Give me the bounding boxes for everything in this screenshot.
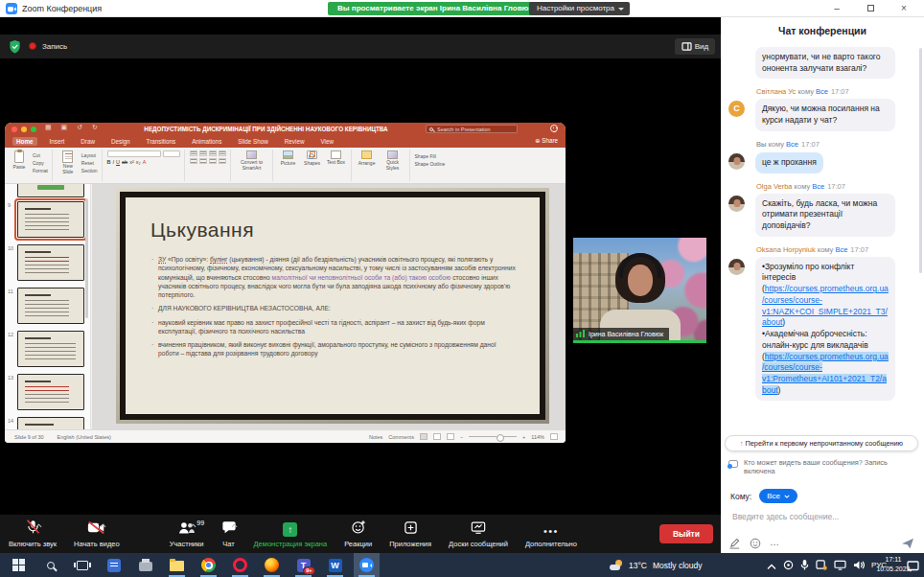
- ppt-shapes-button: Shapes: [302, 150, 323, 166]
- close-button[interactable]: ×: [897, 2, 911, 15]
- windows-taskbar: T9+W 13°C Mostly cloudy РУС 17:11 10.05.…: [0, 553, 924, 577]
- slide-counter: Slide 9 of 30: [14, 434, 44, 440]
- search-button-icon[interactable]: [37, 553, 63, 577]
- app-document-icon[interactable]: [101, 553, 127, 577]
- sorter-view-icon: [433, 433, 441, 440]
- chrome-icon[interactable]: [196, 553, 221, 577]
- message-time: 17:07: [801, 140, 820, 149]
- font-format-buttons: BIUabx²x₂A: [107, 159, 180, 165]
- message-link[interactable]: https://courses.prometheus.org.ua/course…: [762, 352, 889, 395]
- toolbar-camera-muted[interactable]: Начать видео: [65, 515, 128, 553]
- presenter-video-tile[interactable]: Ірина Василівна Гловюк: [573, 238, 706, 343]
- ppt-feedback-icon: [550, 125, 558, 132]
- more-options-icon[interactable]: …: [770, 539, 781, 548]
- toolbar-label: Дополнительно: [525, 540, 577, 548]
- visibility-notice: Кто может видеть ваши сообщения? Запись …: [744, 458, 912, 476]
- ppt-slide-canvas: Цькування ЗУ «Про освіту»: булінг (цькув…: [92, 184, 566, 429]
- chevron-up-icon[interactable]: [190, 521, 196, 530]
- ppt-document-title: НЕДОПУСТИМІСТЬ ДИСКРИМІНАЦІЇ ПРИ ЗДІЙСНЕ…: [120, 123, 412, 135]
- toolbar-whiteboard[interactable]: Доски сообщений: [440, 515, 517, 553]
- ppt-ribbon: Paste Cut Copy Format New Slide Layout R…: [5, 148, 566, 184]
- file-explorer-icon[interactable]: [164, 553, 190, 577]
- app-printer-icon[interactable]: [132, 553, 158, 577]
- zoom-icon[interactable]: [354, 553, 380, 577]
- chevron-up-icon[interactable]: [100, 521, 106, 530]
- toolbar-apps[interactable]: Приложения: [381, 515, 440, 553]
- toolbar-participants[interactable]: 99Участники: [161, 515, 213, 553]
- toolbar-label: Доски сообщений: [449, 540, 508, 548]
- toolbar-more[interactable]: •••Дополнительно: [517, 515, 586, 553]
- message-sender: Oksana Horpyniuk: [756, 245, 816, 254]
- more-icon: •••: [543, 527, 559, 537]
- word-icon[interactable]: W: [322, 553, 348, 577]
- action-center-icon[interactable]: [907, 559, 919, 570]
- chat-message-input[interactable]: [730, 511, 912, 522]
- emoji-icon[interactable]: [750, 538, 761, 549]
- chat-scrollbar[interactable]: [919, 48, 922, 273]
- message-meta: Вы кому Все17:07: [756, 140, 911, 149]
- chat-message-list[interactable]: унормувати, чи не варто такого ононента …: [721, 43, 916, 430]
- hidden-icons-chevron[interactable]: [767, 557, 776, 574]
- thumbnail-scrollbar[interactable]: [85, 198, 88, 318]
- teams-icon[interactable]: T9+: [290, 553, 316, 577]
- volume-icon[interactable]: [853, 557, 865, 574]
- shared-screen-stage: ▦ ▣ ↺ ↻ НЕДОПУСТИМІСТЬ ДИСКРИМІНАЦІЇ ПРИ…: [0, 17, 721, 553]
- message-bubble: це ж прохання: [755, 152, 823, 173]
- start-button-icon[interactable]: [6, 553, 32, 577]
- microphone-icon[interactable]: [800, 557, 809, 574]
- thumbnail-number: 14: [8, 418, 13, 424]
- ppt-shared-window: ▦ ▣ ↺ ↻ НЕДОПУСТИМІСТЬ ДИСКРИМІНАЦІЇ ПРИ…: [5, 123, 566, 443]
- view-button[interactable]: Вид: [675, 38, 715, 55]
- leave-button[interactable]: Выйти: [659, 524, 713, 543]
- slide-bullet: вчинення працівником, який виконує вихов…: [158, 340, 519, 358]
- to-label: Кому:: [730, 492, 751, 501]
- slide-thumbnail-11: 11: [17, 288, 84, 324]
- task-view-button-icon[interactable]: [69, 553, 95, 577]
- search-icon: [429, 127, 433, 131]
- fit-slide-icon: [550, 433, 558, 440]
- view-settings-dropdown[interactable]: Настройки просмотра: [529, 2, 630, 15]
- message-meta: Oksana Horpyniuk кому Все17:07: [756, 245, 911, 254]
- audio-level-icon: [576, 330, 586, 337]
- capture-icon[interactable]: [783, 557, 794, 574]
- share-screen-icon: ↑: [283, 522, 297, 537]
- avatar: [728, 196, 745, 212]
- zoom-logo-icon: [6, 3, 17, 14]
- presenter-face: [628, 265, 653, 296]
- firefox-icon[interactable]: [259, 553, 285, 577]
- chevron-up-icon[interactable]: [231, 521, 238, 530]
- toolbar-share-screen[interactable]: ↑Демонстрация экрана: [245, 515, 336, 553]
- slide-title: Цькування: [150, 219, 519, 242]
- ppt-search-box: Search in Presentation: [426, 125, 518, 133]
- message-bubble: •Зрозуміло про конфлікт інтересів (https…: [755, 257, 895, 402]
- message-bubble: Дякую, чи можна посилання на курси надат…: [755, 99, 895, 130]
- message-sender: Olga Verba: [756, 182, 793, 191]
- chat-message: Olga Verba кому Все17:07Скажіть, будь ла…: [727, 182, 911, 237]
- slide-frame: Цькування ЗУ «Про освіту»: булінг (цькув…: [116, 188, 549, 424]
- chat-message: Oksana Horpyniuk кому Все17:07•Зрозуміло…: [727, 245, 911, 402]
- notifier-icon[interactable]: [816, 557, 827, 574]
- security-shield-icon[interactable]: [9, 39, 21, 58]
- reactions-icon: [351, 519, 366, 537]
- toolbar-mic-muted[interactable]: Включить звук: [0, 515, 65, 553]
- text-box-icon: [331, 150, 341, 159]
- maximize-button[interactable]: [864, 2, 877, 15]
- toolbar-reactions[interactable]: Реакции: [335, 515, 381, 553]
- opera-icon[interactable]: [227, 553, 253, 577]
- format-text-icon[interactable]: [728, 538, 741, 549]
- weather-widget[interactable]: 13°C Mostly cloudy: [610, 553, 703, 577]
- chevron-down-icon: [784, 495, 790, 498]
- send-message-button[interactable]: [901, 536, 914, 553]
- toolbar-chat[interactable]: Чат: [213, 515, 245, 553]
- display-icon[interactable]: [834, 557, 846, 574]
- recipient-dropdown[interactable]: Все: [759, 489, 797, 503]
- ppt-shape-outline-button: Shape Outline: [415, 161, 446, 167]
- mac-minimize-icon: [21, 127, 27, 132]
- comments-button: Comments: [388, 434, 414, 440]
- ppt-format-button: Format: [33, 168, 48, 173]
- minimize-button[interactable]: –: [830, 2, 843, 15]
- message-link[interactable]: https://courses.prometheus.org.ua/course…: [762, 284, 889, 327]
- chevron-up-icon[interactable]: [35, 521, 42, 530]
- jump-to-unread-button[interactable]: ↑Перейти к первому непрочитанному сообще…: [725, 435, 918, 451]
- mac-zoom-icon: [31, 127, 36, 132]
